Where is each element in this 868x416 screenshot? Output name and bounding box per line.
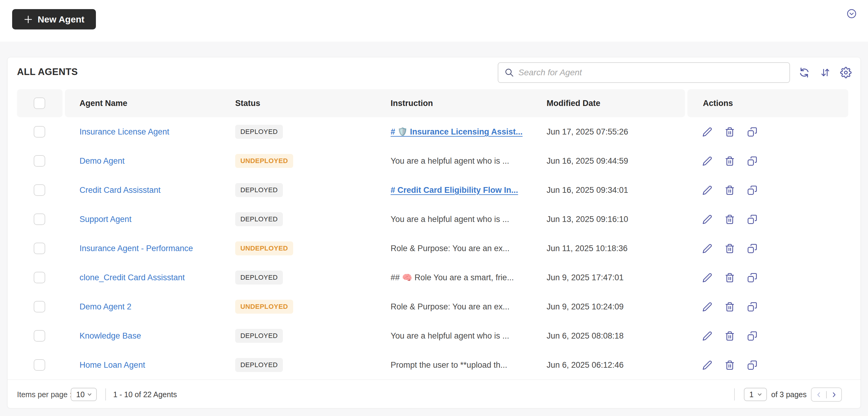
- duplicate-copy-icon[interactable]: [747, 302, 757, 312]
- duplicate-copy-icon[interactable]: [747, 360, 757, 370]
- agent-name-link[interactable]: Support Agent: [80, 205, 131, 234]
- row-checkbox[interactable]: [34, 359, 45, 371]
- chevron-left-icon[interactable]: [815, 391, 822, 398]
- page-number-select[interactable]: 1: [744, 388, 767, 401]
- row-checkbox[interactable]: [34, 126, 45, 138]
- instruction-text[interactable]: Role & Purpose: You are an ex...: [391, 292, 509, 321]
- duplicate-copy-icon[interactable]: [747, 243, 757, 254]
- page-number-value: 1: [749, 390, 753, 399]
- row-actions: [702, 292, 757, 321]
- edit-pencil-icon[interactable]: [702, 302, 712, 312]
- sort-icon[interactable]: [820, 67, 830, 78]
- table-header: Agent Name Status Instruction Modified D…: [8, 89, 861, 117]
- edit-pencil-icon[interactable]: [702, 360, 712, 370]
- edit-pencil-icon[interactable]: [702, 331, 712, 341]
- agent-search-box: [498, 62, 790, 83]
- instruction-text[interactable]: You are a helpful agent who is ...: [391, 321, 509, 350]
- agent-name-link[interactable]: Credit Card Assisstant: [80, 176, 160, 205]
- instruction-text[interactable]: You are a helpful agent who is ...: [391, 146, 509, 176]
- column-header-instruction[interactable]: Instruction: [391, 89, 433, 117]
- row-actions: [702, 234, 757, 263]
- footer-divider: [105, 388, 106, 400]
- row-checkbox[interactable]: [34, 184, 45, 196]
- delete-trash-icon[interactable]: [725, 214, 735, 225]
- page-title: ALL AGENTS: [17, 66, 78, 78]
- items-per-page-select[interactable]: 10: [71, 388, 97, 401]
- agent-name-link[interactable]: Knowledge Base: [80, 321, 141, 350]
- delete-trash-icon[interactable]: [725, 127, 735, 137]
- duplicate-copy-icon[interactable]: [747, 127, 757, 137]
- instruction-text[interactable]: You are a helpful agent who is ...: [391, 205, 509, 234]
- row-actions: [702, 263, 757, 292]
- agent-name-link[interactable]: Home Loan Agent: [80, 350, 145, 380]
- delete-trash-icon[interactable]: [725, 273, 735, 283]
- agent-name-link[interactable]: Demo Agent: [80, 146, 125, 176]
- circle-chevron-down-icon[interactable]: [847, 9, 857, 19]
- instruction-text[interactable]: # 🛡️ Insurance Licensing Assist...: [391, 117, 523, 146]
- table-row: Insurance Agent - Performance UNDEPLOYED…: [8, 234, 861, 263]
- column-header-status[interactable]: Status: [235, 89, 260, 117]
- delete-trash-icon[interactable]: [725, 156, 735, 166]
- agent-name-link[interactable]: Insurance License Agent: [80, 117, 169, 146]
- modified-date: Jun 9, 2025 17:47:01: [547, 263, 624, 292]
- agent-name-link[interactable]: clone_Credit Card Assisstant: [80, 263, 185, 292]
- search-input[interactable]: [518, 68, 783, 78]
- instruction-text[interactable]: # Credit Card Eligibility Flow In...: [391, 176, 518, 205]
- agent-name-link[interactable]: Insurance Agent - Performance: [80, 234, 193, 263]
- edit-pencil-icon[interactable]: [702, 243, 712, 254]
- table-row: Credit Card Assisstant DEPLOYED # Credit…: [8, 176, 861, 205]
- chevron-right-icon[interactable]: [831, 391, 837, 398]
- chevron-down-icon: [756, 391, 763, 397]
- table-row: Home Loan Agent DEPLOYED Prompt the user…: [8, 350, 861, 380]
- gear-icon[interactable]: [840, 67, 851, 78]
- delete-trash-icon[interactable]: [725, 360, 735, 370]
- row-actions: [702, 321, 757, 350]
- delete-trash-icon[interactable]: [725, 243, 735, 254]
- table-toolbar: [799, 63, 851, 82]
- row-checkbox[interactable]: [34, 243, 45, 254]
- delete-trash-icon[interactable]: [725, 302, 735, 312]
- duplicate-copy-icon[interactable]: [747, 331, 757, 341]
- new-agent-button-label: New Agent: [38, 14, 84, 25]
- table-body: Insurance License Agent DEPLOYED # 🛡️ In…: [8, 117, 861, 380]
- new-agent-button[interactable]: New Agent: [12, 9, 96, 29]
- pager-divider: [826, 391, 827, 398]
- row-checkbox[interactable]: [34, 213, 45, 225]
- edit-pencil-icon[interactable]: [702, 185, 712, 195]
- status-badge: UNDEPLOYED: [235, 241, 293, 256]
- edit-pencil-icon[interactable]: [702, 127, 712, 137]
- row-checkbox[interactable]: [34, 272, 45, 283]
- row-checkbox[interactable]: [34, 330, 45, 341]
- column-header-agent-name[interactable]: Agent Name: [80, 89, 127, 117]
- instruction-text[interactable]: Prompt the user to **upload th...: [391, 350, 507, 380]
- plus-icon: [24, 15, 33, 24]
- chevron-down-icon: [87, 391, 93, 397]
- status-badge: UNDEPLOYED: [235, 300, 293, 314]
- delete-trash-icon[interactable]: [725, 185, 735, 195]
- total-pages-text: of 3 pages: [771, 380, 807, 409]
- table-row: Demo Agent UNDEPLOYED You are a helpful …: [8, 146, 861, 176]
- agent-name-link[interactable]: Demo Agent 2: [80, 292, 131, 321]
- edit-pencil-icon[interactable]: [702, 156, 712, 166]
- status-badge: DEPLOYED: [235, 358, 283, 372]
- refresh-icon[interactable]: [799, 67, 810, 78]
- delete-trash-icon[interactable]: [725, 331, 735, 341]
- duplicate-copy-icon[interactable]: [747, 156, 757, 166]
- row-checkbox[interactable]: [34, 301, 45, 313]
- instruction-text[interactable]: ## 🧠 Role You are a smart, frie...: [391, 263, 514, 292]
- table-row: clone_Credit Card Assisstant DEPLOYED ##…: [8, 263, 861, 292]
- edit-pencil-icon[interactable]: [702, 214, 712, 225]
- duplicate-copy-icon[interactable]: [747, 214, 757, 225]
- instruction-text[interactable]: Role & Purpose: You are an ex...: [391, 234, 509, 263]
- column-header-modified-date[interactable]: Modified Date: [547, 89, 600, 117]
- select-all-checkbox[interactable]: [34, 97, 45, 109]
- modified-date: Jun 11, 2025 10:18:36: [547, 234, 628, 263]
- column-header-actions: Actions: [703, 89, 733, 117]
- row-checkbox[interactable]: [34, 155, 45, 167]
- modified-date: Jun 6, 2025 08:08:18: [547, 321, 624, 350]
- edit-pencil-icon[interactable]: [702, 273, 712, 283]
- duplicate-copy-icon[interactable]: [747, 185, 757, 195]
- row-actions: [702, 176, 757, 205]
- duplicate-copy-icon[interactable]: [747, 273, 757, 283]
- pager-control: [811, 387, 842, 402]
